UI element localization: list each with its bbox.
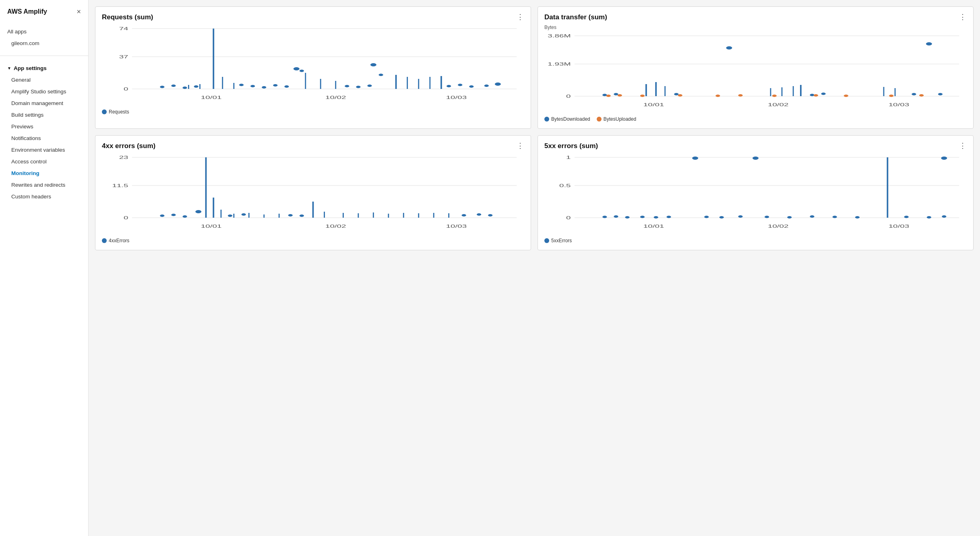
sidebar-item-build-settings[interactable]: Build settings (0, 109, 88, 121)
sidebar-item-all-apps[interactable]: All apps (0, 26, 88, 37)
svg-point-64 (726, 46, 732, 49)
bytes-downloaded-legend-item: BytesDownloaded (544, 116, 590, 122)
svg-text:10/03: 10/03 (446, 224, 467, 229)
svg-point-32 (300, 70, 304, 72)
svg-point-65 (810, 94, 814, 96)
bytes-uploaded-legend-dot (597, 117, 602, 122)
svg-point-28 (262, 86, 266, 89)
svg-text:37: 37 (119, 54, 128, 59)
5xx-errors-chart-svg: 1 0.5 0 10/01 10/02 10/03 (544, 153, 967, 234)
requests-legend-item: Requests (102, 109, 129, 115)
svg-point-63 (674, 93, 678, 95)
sidebar-item-amplify-studio-settings[interactable]: Amplify Studio settings (0, 86, 88, 97)
data-transfer-chart-card: Data transfer (sum) ⋮ Bytes 3.86M 1.93M … (538, 6, 974, 129)
close-button[interactable]: × (76, 8, 81, 15)
5xx-errors-chart-menu[interactable]: ⋮ (959, 142, 967, 149)
requests-chart-header: Requests (sum) ⋮ (102, 13, 524, 21)
svg-point-80 (919, 94, 924, 97)
sidebar-item-previews[interactable]: Previews (0, 121, 88, 132)
sidebar-item-general[interactable]: General (0, 74, 88, 86)
svg-point-67 (912, 93, 916, 95)
svg-text:0: 0 (124, 87, 128, 91)
sidebar-item-rewrites[interactable]: Rewrites and redirects (0, 179, 88, 191)
svg-point-110 (195, 210, 201, 213)
data-transfer-chart-header: Data transfer (sum) ⋮ (544, 13, 967, 21)
svg-point-141 (787, 216, 792, 219)
sidebar-item-monitoring[interactable]: Monitoring (0, 167, 88, 179)
svg-point-31 (294, 67, 300, 70)
svg-point-25 (194, 85, 198, 88)
svg-point-132 (614, 215, 618, 218)
svg-point-40 (469, 85, 473, 88)
svg-text:0: 0 (566, 215, 571, 220)
svg-point-129 (753, 157, 759, 160)
svg-point-136 (666, 216, 671, 218)
svg-point-30 (284, 85, 289, 88)
svg-text:10/03: 10/03 (889, 102, 910, 107)
5xx-errors-legend-item: 5xxErrors (544, 238, 572, 243)
requests-chart-card: Requests (sum) ⋮ 74 37 0 10/01 10/02 10/… (95, 6, 531, 129)
svg-text:3.86M: 3.86M (548, 33, 571, 38)
4xx-errors-chart-container: 23 11.5 0 10/01 10/02 10/03 (102, 153, 524, 234)
4xx-errors-chart-menu[interactable]: ⋮ (517, 142, 524, 149)
svg-point-139 (738, 215, 742, 218)
svg-point-111 (228, 214, 232, 217)
svg-point-66 (821, 93, 825, 95)
svg-point-69 (938, 93, 943, 95)
svg-point-35 (367, 85, 372, 87)
svg-point-36 (370, 63, 376, 66)
svg-point-24 (182, 87, 187, 89)
sidebar-item-custom-headers[interactable]: Custom headers (0, 191, 88, 202)
5xx-errors-chart-card: 5xx errors (sum) ⋮ 1 0.5 0 10/01 10/02 1… (538, 135, 974, 250)
svg-text:11.5: 11.5 (112, 183, 128, 188)
svg-point-133 (625, 216, 629, 219)
svg-text:0: 0 (566, 94, 571, 99)
svg-point-37 (378, 74, 383, 76)
data-transfer-unit: Bytes (544, 25, 967, 30)
svg-text:10/03: 10/03 (446, 95, 467, 100)
sidebar-item-notifications[interactable]: Notifications (0, 132, 88, 144)
svg-point-42 (495, 82, 501, 86)
5xx-errors-chart-container: 1 0.5 0 10/01 10/02 10/03 (544, 153, 967, 234)
4xx-errors-chart-svg: 23 11.5 0 10/01 10/02 10/03 (102, 153, 524, 234)
svg-point-144 (855, 216, 860, 219)
svg-point-145 (904, 216, 909, 218)
5xx-errors-chart-title: 5xx errors (sum) (544, 142, 598, 150)
4xx-errors-chart-header: 4xx errors (sum) ⋮ (102, 142, 524, 150)
svg-point-71 (618, 94, 622, 97)
svg-point-38 (447, 85, 451, 87)
svg-point-143 (833, 216, 837, 218)
svg-point-72 (640, 95, 645, 97)
svg-point-41 (484, 85, 489, 87)
svg-point-62 (614, 93, 618, 95)
sidebar-title: AWS Amplify (7, 8, 47, 15)
sidebar-item-gileorn[interactable]: gileorn.com (0, 37, 88, 49)
svg-point-147 (942, 215, 946, 218)
data-transfer-chart-container: 3.86M 1.93M 0 10/01 10/02 10/03 (544, 32, 967, 112)
5xx-errors-legend: 5xxErrors (544, 238, 967, 243)
requests-chart-menu[interactable]: ⋮ (517, 13, 524, 21)
sidebar: AWS Amplify × All apps gileorn.com ▼ App… (0, 0, 89, 536)
svg-point-140 (765, 216, 769, 218)
sidebar-item-access-control[interactable]: Access control (0, 156, 88, 167)
svg-point-116 (477, 213, 481, 216)
svg-point-109 (182, 215, 187, 218)
svg-point-108 (171, 214, 176, 216)
data-transfer-chart-menu[interactable]: ⋮ (959, 13, 967, 21)
requests-legend-dot (102, 109, 107, 114)
svg-point-33 (345, 85, 349, 87)
svg-text:10/02: 10/02 (768, 224, 789, 229)
svg-point-113 (288, 214, 293, 216)
svg-point-76 (772, 95, 777, 97)
svg-point-134 (640, 216, 645, 218)
main-content: Requests (sum) ⋮ 74 37 0 10/01 10/02 10/… (89, 0, 980, 536)
4xx-errors-legend-item: 4xxErrors (102, 238, 129, 243)
data-transfer-chart-svg: 3.86M 1.93M 0 10/01 10/02 10/03 (544, 32, 967, 112)
bytes-uploaded-legend-item: BytesUploaded (597, 116, 636, 122)
svg-text:10/02: 10/02 (325, 95, 346, 100)
svg-point-26 (239, 84, 244, 86)
svg-point-137 (704, 216, 709, 218)
4xx-errors-chart-title: 4xx errors (sum) (102, 142, 155, 150)
sidebar-item-domain-management[interactable]: Domain management (0, 97, 88, 109)
sidebar-item-env-vars[interactable]: Environment variables (0, 144, 88, 156)
